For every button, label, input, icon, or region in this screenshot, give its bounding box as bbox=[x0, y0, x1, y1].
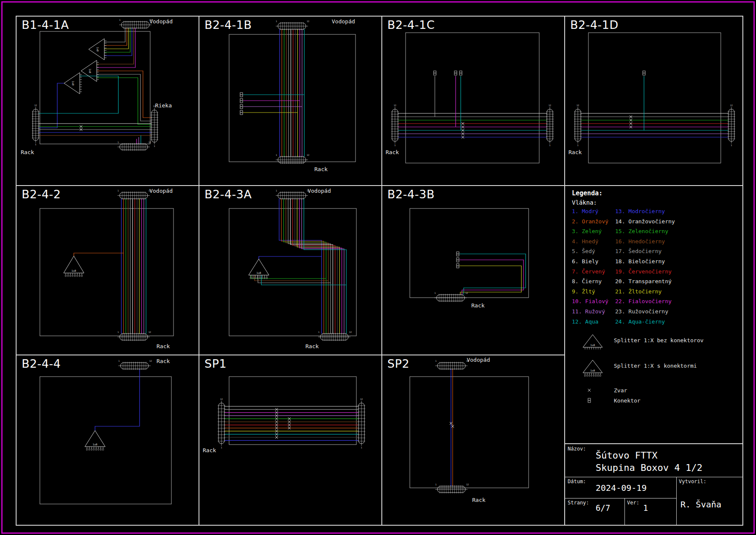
connector-strip: 112 bbox=[119, 19, 153, 29]
fiber-wire-hnedy bbox=[286, 199, 328, 334]
fiber-wire-cierny bbox=[295, 199, 337, 334]
panel-title: SP2 bbox=[387, 357, 409, 370]
panel-B2-4-1C: 121121B2-4-1CRack bbox=[382, 16, 565, 186]
connector-strip: 121 bbox=[391, 104, 399, 146]
fiber-wire-modry bbox=[259, 256, 322, 259]
svg-text:12: 12 bbox=[149, 360, 152, 362]
splitter-icon: 1x8 bbox=[249, 259, 269, 279]
label-vodopád: Vodopád bbox=[149, 18, 173, 25]
panel-B2-4-3A: 1121121x8B2-4-3AVodopádRack bbox=[199, 186, 382, 355]
connector-icon bbox=[643, 71, 645, 75]
connector-strip: 121 bbox=[546, 104, 554, 146]
splitter-icon: 1x8 bbox=[64, 256, 84, 276]
label-rack: Rack bbox=[157, 343, 170, 349]
splitter-icon: 1x8 bbox=[81, 60, 99, 82]
panel-B2-4-3B: 112B2-4-3BRack bbox=[382, 186, 565, 355]
svg-text:12: 12 bbox=[465, 292, 468, 294]
svg-text:1: 1 bbox=[577, 144, 578, 146]
connector-strip: 112 bbox=[276, 20, 309, 30]
panel-title: B2-4-1C bbox=[387, 18, 435, 31]
panel-SP2: 112112SP2VodopádRack bbox=[382, 355, 565, 525]
connector-icon bbox=[434, 71, 436, 75]
connector-strip: 112 bbox=[118, 141, 151, 151]
panel-title: B2-4-3A bbox=[204, 188, 252, 201]
svg-text:1: 1 bbox=[118, 141, 119, 144]
title-block-divider bbox=[565, 477, 742, 477]
connector-strip: 112 bbox=[118, 189, 151, 200]
connector-strip: 121 bbox=[358, 398, 365, 449]
svg-text:12: 12 bbox=[730, 104, 733, 107]
wiring-diagram: 121121 bbox=[199, 355, 382, 526]
panel-title: B2-4-1B bbox=[204, 18, 252, 31]
panel-B2-4-1D: 121121B2-4-1DRack bbox=[565, 16, 743, 186]
fiber-wire-cerveny bbox=[293, 199, 335, 334]
connector-icon bbox=[240, 110, 243, 115]
enclosure-box bbox=[406, 33, 539, 163]
svg-text:1: 1 bbox=[118, 360, 120, 362]
svg-text:12: 12 bbox=[307, 20, 309, 23]
connector-icon bbox=[456, 258, 459, 262]
wiring-diagram: 1121121x8 bbox=[199, 186, 382, 355]
svg-text:1: 1 bbox=[361, 446, 362, 449]
svg-text:12: 12 bbox=[34, 104, 37, 107]
svg-text:12: 12 bbox=[360, 398, 363, 400]
title-block-divider bbox=[624, 498, 625, 526]
datum-label: Dátum: bbox=[568, 479, 586, 484]
fiber-wire-zlty bbox=[297, 199, 339, 334]
fiber-wire-fialovy bbox=[459, 260, 524, 295]
label-vodopád: Vodopád bbox=[149, 188, 173, 194]
connector-icon bbox=[240, 93, 243, 97]
svg-text:1x8: 1x8 bbox=[96, 47, 99, 52]
strany-value: 6/7 bbox=[596, 503, 610, 512]
svg-text:12: 12 bbox=[577, 104, 579, 107]
fiber-wire-hnedy bbox=[255, 275, 328, 281]
svg-text:12: 12 bbox=[394, 104, 396, 107]
connector-strip: 112 bbox=[276, 189, 309, 200]
fiber-wire-zlty bbox=[459, 266, 521, 295]
svg-text:1: 1 bbox=[154, 145, 155, 147]
svg-text:1: 1 bbox=[119, 19, 120, 21]
fiber-wire-sedy bbox=[97, 74, 151, 121]
fiber-wire-oranzovy bbox=[281, 199, 324, 334]
svg-text:1: 1 bbox=[221, 446, 222, 449]
panel-B2-4-4: 1121x8B2-4-4Rack bbox=[16, 355, 199, 525]
svg-text:1x8: 1x8 bbox=[72, 269, 76, 272]
svg-text:1x8: 1x8 bbox=[72, 81, 75, 86]
fiber-wire-ruzovy bbox=[302, 199, 344, 334]
fiber-wire-biely bbox=[291, 199, 333, 334]
wiring-diagram: 1121121x8 bbox=[17, 186, 199, 355]
connector-icon bbox=[456, 252, 459, 256]
svg-text:1: 1 bbox=[318, 331, 319, 333]
nazov-line1: Šútovo FTTX bbox=[596, 450, 658, 461]
ver-value: 1 bbox=[643, 503, 648, 512]
panel-title: B2-4-1D bbox=[570, 18, 619, 31]
connector-icon bbox=[240, 99, 243, 103]
panel-B2-4-1B: 112112B2-4-1BVodopádRack bbox=[199, 16, 382, 186]
wiring-diagram: 121121 bbox=[382, 17, 565, 186]
svg-text:1: 1 bbox=[276, 154, 277, 156]
splitter-icon: 1x8 bbox=[583, 335, 602, 349]
connector-strip: 121 bbox=[574, 104, 582, 146]
svg-text:12: 12 bbox=[148, 331, 151, 333]
connector-icon bbox=[456, 264, 459, 268]
label-vodopád: Vodopád bbox=[467, 357, 490, 363]
label-rack: Rack bbox=[305, 343, 319, 349]
connector-strip: 112 bbox=[435, 483, 469, 493]
enclosure-box bbox=[40, 208, 174, 336]
svg-text:1: 1 bbox=[394, 144, 395, 146]
enclosure-box bbox=[40, 377, 171, 504]
title-block: Názov: Šútovo FTTX Skupina Boxov 4 1/2 D… bbox=[565, 444, 743, 525]
panel-title: B2-4-3B bbox=[387, 188, 435, 201]
connector-strip: 121 bbox=[728, 104, 735, 146]
nazov-label: Názov: bbox=[568, 446, 586, 452]
fiber-wire-aqua bbox=[304, 199, 346, 334]
enclosure-box bbox=[410, 208, 529, 298]
enclosure-box bbox=[410, 377, 529, 488]
ver-label: Ver: bbox=[627, 500, 639, 506]
wiring-diagram: 1121211211121x81x81x8 bbox=[17, 17, 199, 186]
wiring-diagram: 1121x8 bbox=[17, 355, 199, 526]
svg-text:1: 1 bbox=[435, 360, 437, 362]
connector-icon bbox=[240, 104, 243, 109]
panel-title: B1-4-1A bbox=[22, 18, 69, 31]
connector-strip: 112 bbox=[434, 292, 468, 302]
